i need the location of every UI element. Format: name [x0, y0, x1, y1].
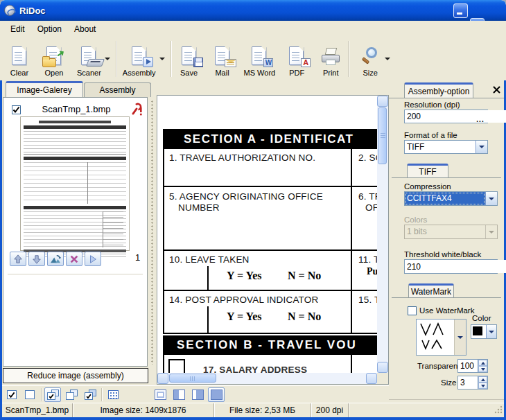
delete-image-button[interactable] — [66, 252, 82, 266]
reduce-image-button[interactable]: Reduce image (assembly) — [3, 368, 148, 383]
blank-page-icon — [12, 46, 26, 65]
tab-tiff[interactable]: TIFF — [407, 164, 448, 178]
size-spin-buttons[interactable] — [478, 376, 487, 389]
wrench-icon[interactable] — [131, 103, 143, 119]
toolbar-button-scaner[interactable]: Scaner — [75, 40, 103, 78]
toolbar-button-msword[interactable]: MS Word — [242, 40, 278, 78]
toolbar-button-print[interactable]: Print — [317, 40, 344, 78]
document-page[interactable]: SECTION A - IDENTIFICAT 1. TRAVEL AUTHOR… — [157, 96, 377, 373]
tab-assembly-option[interactable]: Assembly-option — [404, 82, 473, 98]
thumbnail-view-button[interactable] — [105, 387, 121, 402]
toolbar-button-clear[interactable]: Clear — [6, 40, 33, 78]
menu-about[interactable]: About — [68, 23, 102, 35]
view-split-right-button[interactable] — [189, 387, 206, 402]
use-watermark-checkbox[interactable] — [408, 306, 417, 315]
tab-watermark[interactable]: WaterMark — [408, 283, 454, 298]
horizontal-scroll-thumb[interactable] — [169, 374, 216, 383]
field-11-line1: 11. TRA — [358, 254, 377, 265]
size-input[interactable] — [458, 376, 478, 389]
toolbar-button-pdf[interactable]: PDF — [283, 40, 311, 78]
menu-edit[interactable]: Edit — [4, 23, 31, 35]
gallery-item-filename[interactable]: ScanTmp_1.bmp — [24, 104, 128, 114]
vertical-scrollbar[interactable] — [377, 96, 388, 373]
format-combobox[interactable]: TIFF — [404, 140, 488, 154]
scaner-dropdown-arrow[interactable] — [103, 44, 112, 74]
watermark-pattern-combobox[interactable] — [416, 319, 466, 356]
assembly-play-icon — [143, 57, 153, 67]
view-fit-button[interactable] — [152, 387, 168, 402]
scroll-down-button[interactable] — [377, 362, 388, 373]
view-split-right-icon — [192, 390, 204, 400]
close-options-button[interactable] — [491, 84, 502, 95]
view-full-button[interactable] — [208, 387, 225, 402]
open-folder-icon — [42, 58, 56, 67]
size-dropdown-arrow[interactable] — [383, 44, 392, 74]
toolbar-button-open[interactable]: Open — [40, 40, 68, 78]
section-b-header: SECTION B - TRAVEL VOU — [163, 335, 377, 355]
pdf-icon — [301, 58, 311, 67]
colors-combobox[interactable]: 1 bits — [404, 225, 498, 239]
vertical-scroll-thumb[interactable] — [378, 107, 387, 164]
watermark-pattern-preview — [417, 320, 454, 355]
field-1: 1. TRAVEL AUTHORIZATION NO. — [169, 152, 315, 163]
threshold-spinner — [404, 259, 498, 274]
scroll-up-button[interactable] — [377, 96, 388, 107]
minimize-button[interactable] — [453, 3, 468, 18]
tiff-tab-baseline — [392, 177, 501, 178]
resize-grip[interactable] — [494, 405, 503, 416]
colors-value: 1 bits — [405, 225, 485, 238]
form-table: 1. TRAVEL AUTHORIZATION NO. 2. SOC 5. AG… — [163, 149, 377, 334]
scroll-up-icon — [380, 97, 385, 103]
field-14: 14. POST APPROVAL INDICATOR — [169, 295, 318, 305]
size-label: Size — [441, 378, 456, 387]
play-forward-button[interactable] — [85, 252, 101, 266]
toolbar-button-mail[interactable]: Mail — [209, 40, 236, 78]
check-all-button[interactable] — [3, 387, 20, 402]
toolbar-separator — [171, 41, 171, 77]
yes-text: Y = Yes — [227, 270, 262, 282]
transparent-label: Transparent — [417, 362, 460, 370]
splitter-grip-dots — [150, 100, 155, 365]
view-split-left-button[interactable] — [171, 387, 187, 402]
invert-selection-button[interactable] — [82, 387, 98, 402]
colors-dropdown-icon — [485, 225, 497, 238]
toolbar-separator — [348, 41, 349, 77]
assembly-dropdown-arrow[interactable] — [158, 44, 166, 74]
threshold-label: Threshold white/black — [404, 250, 481, 259]
rotate-image-icon — [50, 254, 61, 264]
reduce-image-label: Reduce image (assembly) — [27, 371, 123, 380]
toolbar: Clear Open Scaner Assembly Save — [0, 37, 506, 80]
resolution-input[interactable] — [405, 110, 506, 123]
format-dropdown-icon — [476, 141, 487, 153]
panel-splitter[interactable] — [148, 97, 157, 367]
select-pages-button[interactable] — [63, 387, 80, 402]
tab-assembly[interactable]: Assembly — [84, 82, 151, 97]
toolbar-button-assembly[interactable]: Assembly — [121, 40, 158, 78]
uncheck-all-button[interactable] — [21, 387, 38, 402]
toolbar-button-save[interactable]: Save — [175, 40, 203, 78]
rotate-image-button[interactable] — [47, 252, 64, 266]
scroll-right-icon — [370, 376, 376, 381]
play-forward-icon — [88, 254, 98, 264]
scroll-right-button[interactable] — [366, 373, 377, 384]
title-bar[interactable]: RiDoc — [0, 0, 506, 21]
scroll-left-icon — [159, 376, 164, 381]
delete-cross-icon — [69, 254, 79, 264]
horizontal-scrollbar[interactable] — [157, 373, 377, 384]
minimize-icon — [457, 12, 462, 15]
select-checked-pages-button[interactable] — [44, 387, 61, 402]
watermark-color-combobox[interactable] — [471, 324, 497, 339]
menu-option[interactable]: Option — [31, 23, 68, 35]
scroll-left-button[interactable] — [157, 373, 168, 384]
toolbar-button-size[interactable]: Size — [357, 40, 383, 78]
scan-thumbnail-image[interactable] — [20, 116, 130, 251]
transparent-input[interactable] — [458, 360, 478, 372]
app-window: RiDoc Edit Option About Clear Open Scane… — [0, 0, 506, 420]
threshold-input[interactable] — [405, 260, 506, 273]
tab-image-gallery[interactable]: Image-Galerey — [6, 81, 83, 97]
compression-combobox[interactable]: CCITTFAX4 — [404, 191, 498, 206]
move-up-button[interactable] — [10, 252, 26, 266]
gallery-item-checkbox[interactable] — [12, 105, 21, 114]
move-down-button[interactable] — [28, 252, 45, 266]
transparent-spin-buttons[interactable] — [478, 360, 487, 372]
